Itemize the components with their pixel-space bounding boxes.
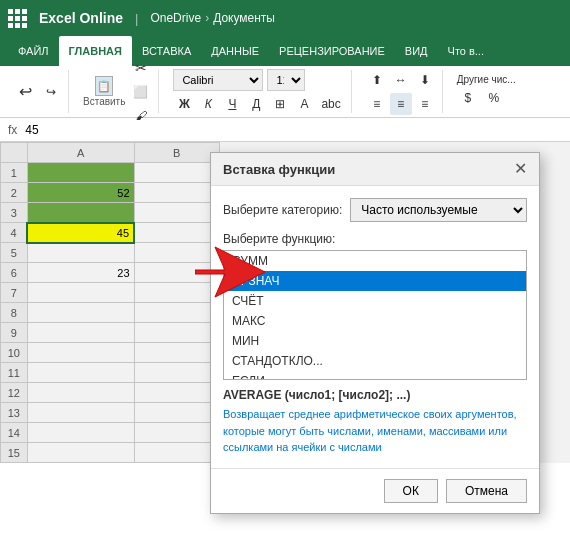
dialog-header: Вставка функции ✕ — [211, 153, 539, 186]
undo-group: ↩ ↪ — [8, 70, 69, 113]
function-list-label: Выберите функцию: — [223, 232, 527, 246]
align-center-button[interactable]: ≡ — [390, 93, 412, 115]
percent-button[interactable]: % — [483, 87, 505, 109]
category-row: Выберите категорию: Часто используемые — [223, 198, 527, 222]
copy-button[interactable]: ⬜ — [129, 81, 152, 103]
redo-button[interactable]: ↪ — [40, 81, 62, 103]
dialog-close-button[interactable]: ✕ — [514, 161, 527, 177]
font-select[interactable]: Calibri — [173, 69, 263, 91]
undo-button[interactable]: ↩ — [14, 81, 36, 103]
function-item-srzach[interactable]: СРЗНАЧ — [224, 271, 526, 291]
align-middle-button[interactable]: ↔ — [390, 69, 412, 91]
fx-label: fx — [4, 123, 21, 137]
path-docs[interactable]: Документы — [213, 11, 275, 25]
category-select[interactable]: Часто используемые — [350, 198, 527, 222]
dialog-title: Вставка функции — [223, 162, 335, 177]
category-label: Выберите категорию: — [223, 203, 342, 217]
tab-view[interactable]: ВИД — [395, 36, 438, 66]
number-format-label: Другие чис... — [457, 74, 516, 85]
insert-function-dialog: Вставка функции ✕ Выберите категорию: Ча… — [210, 152, 540, 514]
function-item-esli[interactable]: ЕСЛИ — [224, 371, 526, 380]
function-item-maks[interactable]: МАКС — [224, 311, 526, 331]
function-item-standotkl[interactable]: СТАНДОТКЛО... — [224, 351, 526, 371]
ok-button[interactable]: ОК — [384, 479, 438, 503]
formula-bar: fx — [0, 118, 570, 142]
paste-button[interactable]: 📋 Вставить — [83, 76, 125, 107]
align-group: ⬆ ↔ ⬇ ≡ ≡ ≡ — [360, 70, 443, 113]
tab-review[interactable]: РЕЦЕНЗИРОВАНИЕ — [269, 36, 395, 66]
paste-icon: 📋 — [95, 76, 113, 96]
paste-group: 📋 Вставить ✂ ⬜ 🖌 — [77, 70, 159, 113]
tab-home[interactable]: ГЛАВНАЯ — [59, 36, 132, 66]
underline-button[interactable]: Ч — [221, 93, 243, 115]
border-button[interactable]: ⊞ — [269, 93, 291, 115]
align-right-button[interactable]: ≡ — [414, 93, 436, 115]
fill-color-button[interactable]: A — [293, 93, 315, 115]
chevron-icon: › — [205, 11, 209, 25]
tab-file[interactable]: ФАЙЛ — [8, 36, 59, 66]
dialog-footer: ОК Отмена — [211, 468, 539, 513]
waffle-icon[interactable] — [8, 9, 27, 28]
clipboard-tools: ✂ ⬜ 🖌 — [129, 57, 152, 127]
number-group: Другие чис... $ % — [451, 70, 522, 113]
app-title: Excel Online — [39, 10, 123, 26]
dialog-body: Выберите категорию: Часто используемые В… — [211, 186, 539, 468]
align-left-button[interactable]: ≡ — [366, 93, 388, 115]
font-group: Calibri 11 Ж К Ч Д ⊞ A abc — [167, 70, 351, 113]
function-description: Возвращает среднее арифметическое своих … — [223, 406, 527, 456]
bold-button[interactable]: Ж — [173, 93, 195, 115]
sheet-area: A B 1 2 52 3 — [0, 142, 570, 463]
function-item-schet[interactable]: СЧЁТ — [224, 291, 526, 311]
cancel-button[interactable]: Отмена — [446, 479, 527, 503]
top-bar: Excel Online | OneDrive › Документы — [0, 0, 570, 36]
path-divider: | — [135, 11, 138, 26]
formula-input[interactable] — [25, 120, 566, 140]
path-onedrive[interactable]: OneDrive — [150, 11, 201, 25]
toolbar: ↩ ↪ 📋 Вставить ✂ ⬜ 🖌 Calibri 11 Ж — [0, 66, 570, 118]
strikethrough-button[interactable]: Д — [245, 93, 267, 115]
tab-data[interactable]: ДАННЫЕ — [201, 36, 269, 66]
italic-button[interactable]: К — [197, 93, 219, 115]
paste-label: Вставить — [83, 96, 125, 107]
function-item-min[interactable]: МИН — [224, 331, 526, 351]
align-bottom-button[interactable]: ⬇ — [414, 69, 436, 91]
ribbon-tabs: ФАЙЛ ГЛАВНАЯ ВСТАВКА ДАННЫЕ РЕЦЕНЗИРОВАН… — [0, 36, 570, 66]
function-list[interactable]: СУММ СРЗНАЧ СЧЁТ МАКС МИН СТАНДОТКЛО... … — [223, 250, 527, 380]
function-signature: AVERAGE (число1; [число2]; ...) — [223, 388, 527, 402]
font-size-select[interactable]: 11 — [267, 69, 305, 91]
tab-what[interactable]: Что в... — [438, 36, 494, 66]
align-top-button[interactable]: ⬆ — [366, 69, 388, 91]
breadcrumb: OneDrive › Документы — [150, 11, 275, 25]
function-item-summ[interactable]: СУММ — [224, 251, 526, 271]
cut-button[interactable]: ✂ — [129, 57, 152, 79]
currency-button[interactable]: $ — [457, 87, 479, 109]
wrap-text-button[interactable]: abc — [317, 93, 344, 115]
